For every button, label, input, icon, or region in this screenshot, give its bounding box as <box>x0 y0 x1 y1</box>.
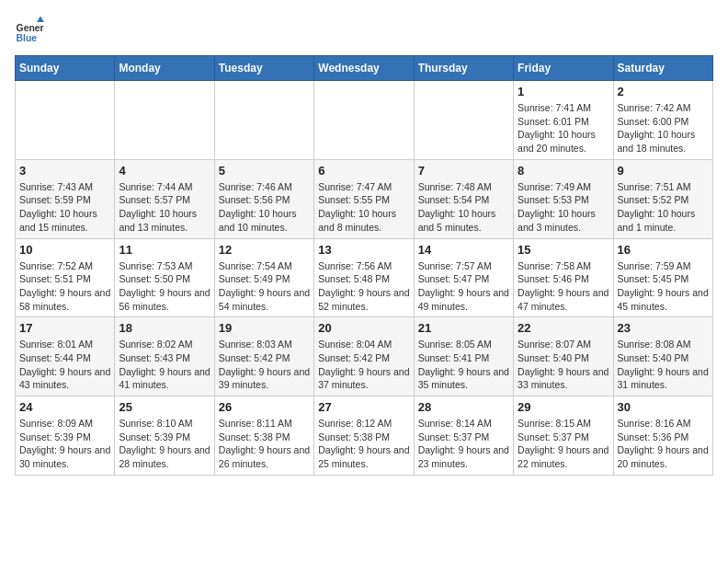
day-info: Sunrise: 7:48 AMSunset: 5:54 PMDaylight:… <box>418 180 509 235</box>
calendar-day-cell <box>414 81 513 160</box>
calendar-day-cell: 7Sunrise: 7:48 AMSunset: 5:54 PMDaylight… <box>414 159 513 238</box>
day-number: 21 <box>418 321 509 335</box>
calendar-day-cell: 11Sunrise: 7:53 AMSunset: 5:50 PMDayligh… <box>115 238 214 317</box>
logo-icon: General Blue <box>15 15 44 44</box>
day-number: 27 <box>318 400 409 414</box>
day-info: Sunrise: 8:10 AMSunset: 5:39 PMDaylight:… <box>119 417 210 471</box>
calendar-day-cell: 8Sunrise: 7:49 AMSunset: 5:53 PMDaylight… <box>514 159 613 238</box>
weekday-header: Thursday <box>414 56 513 81</box>
day-info: Sunrise: 8:09 AMSunset: 5:39 PMDaylight:… <box>19 417 110 471</box>
day-number: 25 <box>119 400 210 414</box>
calendar-week-row: 10Sunrise: 7:52 AMSunset: 5:51 PMDayligh… <box>16 238 713 317</box>
day-number: 14 <box>418 243 509 257</box>
calendar-table: SundayMondayTuesdayWednesdayThursdayFrid… <box>15 55 713 476</box>
calendar-header-row: SundayMondayTuesdayWednesdayThursdayFrid… <box>16 56 713 81</box>
day-number: 6 <box>318 164 409 178</box>
day-number: 22 <box>518 321 609 335</box>
day-number: 24 <box>19 400 110 414</box>
day-number: 10 <box>19 243 110 257</box>
day-info: Sunrise: 8:05 AMSunset: 5:41 PMDaylight:… <box>418 338 509 392</box>
day-info: Sunrise: 7:58 AMSunset: 5:46 PMDaylight:… <box>518 259 609 314</box>
calendar-day-cell: 23Sunrise: 8:08 AMSunset: 5:40 PMDayligh… <box>613 317 712 396</box>
calendar-day-cell: 18Sunrise: 8:02 AMSunset: 5:43 PMDayligh… <box>115 317 214 396</box>
calendar-day-cell <box>214 81 313 160</box>
day-info: Sunrise: 7:54 AMSunset: 5:49 PMDaylight:… <box>219 259 310 314</box>
logo: General Blue <box>15 15 48 44</box>
day-info: Sunrise: 8:04 AMSunset: 5:42 PMDaylight:… <box>318 338 409 392</box>
weekday-header: Friday <box>514 56 613 81</box>
day-number: 19 <box>219 321 310 335</box>
calendar-day-cell: 26Sunrise: 8:11 AMSunset: 5:38 PMDayligh… <box>214 396 313 476</box>
calendar-day-cell: 19Sunrise: 8:03 AMSunset: 5:42 PMDayligh… <box>214 317 313 396</box>
day-number: 5 <box>219 164 310 178</box>
day-number: 17 <box>19 321 110 335</box>
calendar-day-cell: 10Sunrise: 7:52 AMSunset: 5:51 PMDayligh… <box>16 238 115 317</box>
svg-text:General: General <box>17 23 44 33</box>
weekday-header: Saturday <box>613 56 712 81</box>
day-number: 11 <box>119 243 210 257</box>
day-number: 12 <box>219 243 310 257</box>
calendar-day-cell: 3Sunrise: 7:43 AMSunset: 5:59 PMDaylight… <box>16 159 115 238</box>
day-number: 3 <box>19 164 110 178</box>
page-header: General Blue <box>15 15 713 44</box>
day-info: Sunrise: 8:01 AMSunset: 5:44 PMDaylight:… <box>19 338 110 392</box>
day-info: Sunrise: 7:59 AMSunset: 5:45 PMDaylight:… <box>618 259 709 314</box>
day-number: 23 <box>618 321 709 335</box>
calendar-day-cell <box>16 81 115 160</box>
calendar-day-cell: 14Sunrise: 7:57 AMSunset: 5:47 PMDayligh… <box>414 238 513 317</box>
svg-marker-2 <box>37 17 44 22</box>
calendar-day-cell: 30Sunrise: 8:16 AMSunset: 5:36 PMDayligh… <box>613 396 712 476</box>
day-number: 4 <box>119 164 210 178</box>
day-info: Sunrise: 7:46 AMSunset: 5:56 PMDaylight:… <box>219 180 310 235</box>
day-number: 18 <box>119 321 210 335</box>
day-info: Sunrise: 8:16 AMSunset: 5:36 PMDaylight:… <box>618 417 709 471</box>
calendar-day-cell: 2Sunrise: 7:42 AMSunset: 6:00 PMDaylight… <box>613 81 712 160</box>
day-info: Sunrise: 7:56 AMSunset: 5:48 PMDaylight:… <box>318 259 409 314</box>
day-info: Sunrise: 7:42 AMSunset: 6:00 PMDaylight:… <box>618 101 709 155</box>
day-number: 8 <box>518 164 609 178</box>
day-info: Sunrise: 7:41 AMSunset: 6:01 PMDaylight:… <box>518 101 609 155</box>
calendar-day-cell: 20Sunrise: 8:04 AMSunset: 5:42 PMDayligh… <box>314 317 414 396</box>
day-number: 1 <box>518 85 609 98</box>
calendar-day-cell: 22Sunrise: 8:07 AMSunset: 5:40 PMDayligh… <box>514 317 613 396</box>
day-info: Sunrise: 7:49 AMSunset: 5:53 PMDaylight:… <box>518 180 609 235</box>
day-number: 29 <box>518 400 609 414</box>
day-info: Sunrise: 8:03 AMSunset: 5:42 PMDaylight:… <box>219 338 310 392</box>
calendar-day-cell: 17Sunrise: 8:01 AMSunset: 5:44 PMDayligh… <box>16 317 115 396</box>
day-info: Sunrise: 8:15 AMSunset: 5:37 PMDaylight:… <box>518 417 609 471</box>
day-info: Sunrise: 8:08 AMSunset: 5:40 PMDaylight:… <box>618 338 709 392</box>
calendar-day-cell: 9Sunrise: 7:51 AMSunset: 5:52 PMDaylight… <box>613 159 712 238</box>
calendar-day-cell: 24Sunrise: 8:09 AMSunset: 5:39 PMDayligh… <box>16 396 115 476</box>
calendar-week-row: 3Sunrise: 7:43 AMSunset: 5:59 PMDaylight… <box>16 159 713 238</box>
day-info: Sunrise: 7:51 AMSunset: 5:52 PMDaylight:… <box>618 180 709 235</box>
day-number: 28 <box>418 400 509 414</box>
weekday-header: Sunday <box>16 56 115 81</box>
calendar-day-cell: 12Sunrise: 7:54 AMSunset: 5:49 PMDayligh… <box>214 238 313 317</box>
day-number: 16 <box>618 243 709 257</box>
weekday-header: Monday <box>115 56 214 81</box>
calendar-week-row: 1Sunrise: 7:41 AMSunset: 6:01 PMDaylight… <box>16 81 713 160</box>
calendar-day-cell: 25Sunrise: 8:10 AMSunset: 5:39 PMDayligh… <box>115 396 214 476</box>
day-info: Sunrise: 7:43 AMSunset: 5:59 PMDaylight:… <box>19 180 110 235</box>
calendar-day-cell: 6Sunrise: 7:47 AMSunset: 5:55 PMDaylight… <box>314 159 414 238</box>
svg-text:Blue: Blue <box>17 33 38 43</box>
calendar-day-cell: 4Sunrise: 7:44 AMSunset: 5:57 PMDaylight… <box>115 159 214 238</box>
day-number: 13 <box>318 243 409 257</box>
calendar-day-cell: 13Sunrise: 7:56 AMSunset: 5:48 PMDayligh… <box>314 238 414 317</box>
day-number: 9 <box>618 164 709 178</box>
calendar-week-row: 24Sunrise: 8:09 AMSunset: 5:39 PMDayligh… <box>16 396 713 476</box>
calendar-day-cell: 1Sunrise: 7:41 AMSunset: 6:01 PMDaylight… <box>514 81 613 160</box>
day-number: 7 <box>418 164 509 178</box>
weekday-header: Tuesday <box>214 56 313 81</box>
day-info: Sunrise: 7:57 AMSunset: 5:47 PMDaylight:… <box>418 259 509 314</box>
day-number: 30 <box>618 400 709 414</box>
day-info: Sunrise: 7:53 AMSunset: 5:50 PMDaylight:… <box>119 259 210 314</box>
day-number: 2 <box>618 85 709 98</box>
day-number: 26 <box>219 400 310 414</box>
calendar-day-cell: 29Sunrise: 8:15 AMSunset: 5:37 PMDayligh… <box>514 396 613 476</box>
calendar-body: 1Sunrise: 7:41 AMSunset: 6:01 PMDaylight… <box>16 81 713 476</box>
day-info: Sunrise: 8:02 AMSunset: 5:43 PMDaylight:… <box>119 338 210 392</box>
day-info: Sunrise: 8:11 AMSunset: 5:38 PMDaylight:… <box>219 417 310 471</box>
day-info: Sunrise: 8:14 AMSunset: 5:37 PMDaylight:… <box>418 417 509 471</box>
day-info: Sunrise: 7:52 AMSunset: 5:51 PMDaylight:… <box>19 259 110 314</box>
